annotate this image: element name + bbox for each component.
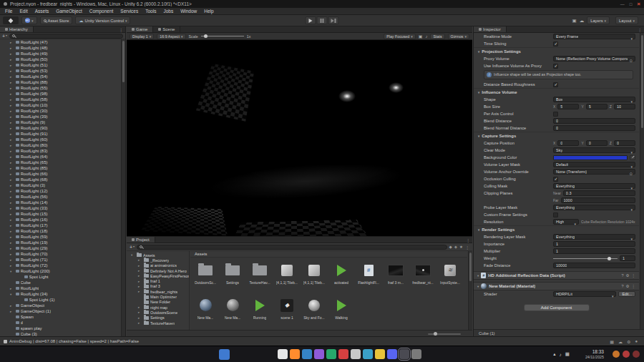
hierarchy-item[interactable]: RoofLight (83)	[0, 148, 121, 154]
play-button[interactable]	[306, 16, 316, 24]
tray-badge-icon[interactable]	[633, 351, 640, 358]
hierarchy-item[interactable]: RoofLight (33)	[0, 205, 121, 211]
account-menu[interactable]: MC	[21, 16, 37, 24]
maximize-icon[interactable]	[630, 2, 633, 6]
menu-item[interactable]: Help	[200, 9, 217, 14]
asset-item[interactable]: Walking	[328, 293, 355, 328]
more-icon[interactable]	[638, 26, 644, 32]
blend-normal-field[interactable]: 0	[553, 125, 635, 131]
importance-field[interactable]: 1	[553, 241, 635, 247]
hierarchy-item[interactable]: Cube (3)	[0, 331, 121, 336]
tray-keyboard-icon[interactable]: ▦	[565, 351, 570, 357]
hierarchy-item[interactable]: RoofLight (90)	[0, 125, 121, 131]
hierarchy-item[interactable]: Spawn	[0, 314, 121, 320]
close-icon[interactable]	[637, 1, 640, 7]
hierarchy-item[interactable]: RoofLight (91)	[0, 131, 121, 137]
menu-item[interactable]: GameObject	[52, 9, 86, 14]
eyedropper-icon[interactable]	[630, 155, 635, 160]
shape-dropdown[interactable]: Box	[553, 97, 635, 102]
add-component-button[interactable]: Add Component	[524, 304, 590, 311]
hierarchy-item[interactable]: RoofLight (80)	[0, 142, 121, 148]
hierarchy-item[interactable]: GameObject	[0, 303, 121, 308]
multiplier-field[interactable]: 1	[553, 248, 635, 254]
expand-arrow-icon[interactable]	[138, 264, 142, 268]
expand-arrow-icon[interactable]	[10, 161, 14, 165]
more-icon[interactable]	[465, 245, 469, 250]
asset-item[interactable]: Sky and Fo...	[301, 293, 328, 328]
component-header-hd-reflection[interactable]: HD Additional Reflection Data (Script)	[474, 271, 639, 280]
expand-arrow-icon[interactable]	[138, 285, 142, 288]
menu-item[interactable]: Tools	[142, 9, 160, 14]
expand-arrow-icon[interactable]	[138, 316, 142, 320]
favorites-icon[interactable]	[459, 245, 463, 249]
asset-item[interactable]: fnaf 3 m...	[382, 258, 409, 293]
realtime-mode-dropdown[interactable]: Every Frame	[553, 34, 635, 39]
expand-arrow-icon[interactable]	[10, 184, 14, 187]
folder-tree-item[interactable]: night map	[127, 305, 189, 310]
hierarchy-item[interactable]: GameObject (1)	[0, 308, 121, 314]
menu-item[interactable]: Component	[86, 9, 117, 14]
folder-tree-item[interactable]: OutdoorsScene	[127, 310, 189, 315]
expand-arrow-icon[interactable]	[10, 207, 14, 210]
pause-button[interactable]	[317, 16, 328, 24]
taskbar-app-icon[interactable]	[314, 349, 324, 359]
more-icon[interactable]	[466, 237, 472, 243]
help-icon[interactable]	[622, 273, 624, 278]
menu-item[interactable]: Edit	[16, 9, 31, 14]
expand-arrow-icon[interactable]	[10, 150, 14, 153]
hierarchy-item[interactable]: RoofLight (53)	[0, 68, 121, 74]
hierarchy-search-input[interactable]	[9, 34, 123, 39]
volume-layer-mask-dropdown[interactable]: Default	[553, 162, 635, 167]
expand-arrow-icon[interactable]	[10, 230, 14, 233]
proxy-volume-object-field[interactable]: None (Reflection Proxy Volume Component)	[553, 56, 635, 62]
rendering-layer-mask-dropdown[interactable]: Everything	[553, 234, 635, 240]
hierarchy-item[interactable]: RoofLight (200)	[0, 268, 121, 274]
hierarchy-item[interactable]: RoofLight (3)	[0, 182, 121, 188]
folder-tree-item[interactable]: Main Optimizer	[127, 294, 189, 299]
folder-tree-item[interactable]: fredbear_nights	[127, 289, 189, 294]
capture-y-field[interactable]: 0	[586, 140, 608, 146]
menu-item[interactable]: Window	[177, 9, 200, 14]
hierarchy-item[interactable]: Spot Light (1)	[0, 297, 121, 303]
gear-icon[interactable]: ⚙	[627, 339, 630, 344]
expand-arrow-icon[interactable]	[138, 310, 142, 314]
folder-tree-item[interactable]: Settings	[127, 315, 189, 321]
expand-arrow-icon[interactable]	[10, 241, 14, 245]
section-capture-settings[interactable]: Capture Settings	[474, 132, 639, 140]
preview-icon[interactable]: ▣	[572, 18, 577, 24]
tray-badge-icon[interactable]	[613, 351, 620, 358]
hierarchy-item[interactable]: RoofLight (48)	[0, 45, 121, 51]
cloud-icon[interactable]: ☁	[618, 339, 623, 344]
taskbar-app-icon[interactable]	[387, 349, 397, 359]
folder-tree-item[interactable]: fnaf 3	[127, 284, 189, 289]
expand-arrow-icon[interactable]	[138, 321, 142, 325]
expand-arrow-icon[interactable]	[10, 172, 14, 176]
console-message-icon[interactable]	[4, 340, 7, 343]
hierarchy-item[interactable]: RoofLight (39)	[0, 114, 121, 119]
expand-arrow-icon[interactable]	[10, 247, 14, 250]
layout-dropdown[interactable]: Layout	[615, 16, 638, 24]
mute-audio-icon[interactable]: ♪	[425, 34, 427, 39]
taskbar-app-icon[interactable]	[363, 349, 373, 359]
hierarchy-item[interactable]: RoofLight (51)	[0, 62, 121, 68]
inspector-scrollbar[interactable]	[640, 33, 644, 329]
hierarchy-item[interactable]: RoofLight (50)	[0, 57, 121, 62]
resolution-dropdown[interactable]: High	[553, 219, 579, 225]
asset-item[interactable]: fredbear_ni...	[409, 258, 436, 293]
expand-arrow-icon[interactable]	[10, 287, 14, 290]
weight-field[interactable]: 1	[620, 255, 635, 261]
asset-item[interactable]: Settings	[219, 258, 246, 293]
taskbar-app-icon[interactable]	[290, 349, 300, 359]
tab-project[interactable]: Project	[127, 237, 155, 243]
fade-distance-field[interactable]: 10000	[553, 263, 635, 268]
app-launcher-icon[interactable]	[219, 349, 230, 360]
more-icon[interactable]	[632, 284, 636, 288]
occlusion-culling-checkbox[interactable]	[553, 177, 558, 182]
expand-arrow-icon[interactable]	[10, 201, 14, 205]
expand-arrow-icon[interactable]	[10, 304, 14, 308]
asset-item[interactable]: New Ma...	[192, 293, 219, 328]
expand-arrow-icon[interactable]	[138, 280, 142, 283]
section-render-settings[interactable]: Render Settings	[474, 225, 639, 233]
unity-logo[interactable]	[3, 16, 19, 24]
hierarchy-item[interactable]: RoofLight (54)	[0, 74, 121, 79]
